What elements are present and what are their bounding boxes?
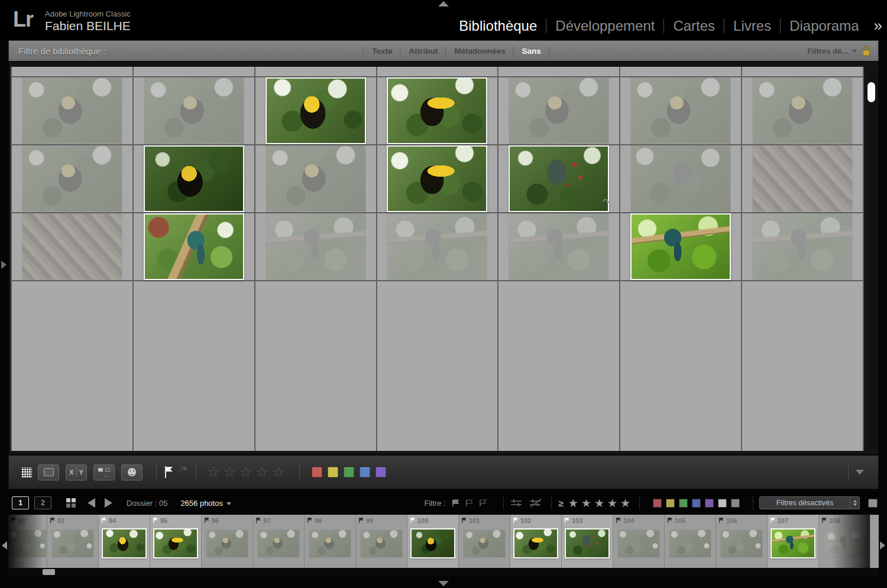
color-label-swatch[interactable] [731, 499, 740, 508]
module-book[interactable]: Livres [724, 18, 780, 34]
stepper-icon[interactable] [850, 497, 859, 509]
grid-photo-cell-partial[interactable] [12, 198, 134, 451]
filmstrip-frame[interactable]: 99 [356, 515, 407, 568]
grid-photo-cell-partial[interactable] [620, 198, 742, 451]
grid-photo-cell-partial[interactable] [377, 67, 499, 77]
filmstrip-frame[interactable]: 104 [613, 515, 665, 568]
people-view-icon[interactable] [121, 464, 143, 480]
grid-scrollbar-track[interactable] [866, 67, 876, 451]
grid-photo-cell[interactable] [620, 77, 742, 145]
filmstrip-frame[interactable]: 93 [47, 515, 99, 568]
filmstrip-frame[interactable]: 96 [202, 515, 253, 568]
color-label-swatch[interactable] [375, 467, 386, 477]
grid-photo-cell-partial[interactable] [377, 198, 499, 451]
filmstrip-frame[interactable]: 108 [819, 515, 870, 568]
rotate-right-icon[interactable]: ↷ [846, 198, 853, 206]
filmstrip-frame-number: 98 [315, 517, 322, 524]
rotate-right-icon[interactable]: ↷ [603, 198, 610, 206]
top-panel-toggle-icon[interactable] [438, 1, 449, 7]
compare-view-icon[interactable]: XY [66, 464, 87, 480]
filmstrip-scroll-left-icon[interactable] [2, 541, 7, 550]
color-label-swatch[interactable] [692, 499, 701, 508]
lock-icon[interactable] [862, 46, 871, 57]
grid-scrollbar-thumb[interactable] [867, 82, 875, 102]
grid-photo-cell-partial[interactable]: ↷ [498, 198, 620, 451]
back-arrow-icon[interactable] [88, 498, 95, 508]
grid-photo-cell[interactable] [12, 77, 134, 145]
module-overflow-chevron-icon[interactable]: » [868, 17, 882, 35]
grid-photo-cell-partial[interactable] [255, 198, 377, 451]
chevron-down-icon[interactable] [852, 50, 857, 53]
color-label-swatch[interactable] [679, 499, 688, 508]
grid-photo-cell-partial[interactable] [255, 67, 377, 77]
color-label-swatch[interactable] [328, 467, 338, 477]
module-library[interactable]: Bibliothèque [450, 18, 546, 34]
filmstrip-frame[interactable]: 98 [305, 515, 356, 568]
toolbar-options-icon[interactable] [856, 470, 864, 475]
filter-tab-attribute[interactable]: Attribut [401, 47, 445, 56]
filter-preset-label[interactable]: Filtres dé... [807, 47, 848, 56]
filter-preset-select[interactable]: Filtres désactivés [759, 496, 860, 509]
filmstrip-frame[interactable]: 103 [562, 515, 613, 568]
forward-arrow-icon[interactable] [105, 498, 112, 508]
bottom-panel-toggle-icon[interactable] [438, 581, 449, 586]
color-label-swatch[interactable] [705, 499, 714, 508]
grid-view-shortcut-icon[interactable] [66, 498, 76, 508]
grid-photo-cell-partial[interactable] [498, 67, 620, 77]
color-label-swatch[interactable] [653, 499, 662, 508]
filmstrip-frame[interactable]: 100 [407, 515, 459, 568]
module-map[interactable]: Cartes [664, 18, 724, 34]
grid-photo-cell[interactable] [498, 77, 620, 145]
filmstrip-scrollbar-track[interactable] [8, 568, 879, 576]
color-label-swatch[interactable] [312, 467, 322, 477]
grid-photo-cell[interactable] [742, 77, 864, 145]
filmstrip-scrollbar-thumb[interactable] [43, 569, 55, 575]
grid-photo-cell[interactable] [134, 77, 255, 145]
rating-ge-symbol[interactable]: ≥ [559, 498, 564, 508]
edited-filter-icon[interactable] [510, 498, 524, 508]
filmstrip-frame[interactable]: 92 [8, 515, 47, 568]
grid-photo-cell-partial[interactable] [620, 67, 742, 77]
grid-photo-cell-partial[interactable] [12, 67, 134, 77]
rating-stars[interactable]: ☆☆☆☆☆ [207, 464, 289, 480]
filter-tab-text[interactable]: Texte [364, 47, 400, 56]
filmstrip-source-icon[interactable] [868, 499, 878, 508]
filmstrip-frame[interactable]: 97 [253, 515, 305, 568]
grid-view-icon[interactable] [22, 467, 32, 477]
grid-photo-cell-partial[interactable] [742, 67, 864, 77]
filmstrip-frame[interactable]: 94 [99, 515, 150, 568]
main-window-button[interactable]: 1 [12, 496, 29, 509]
filmstrip-scroll-right-icon[interactable] [880, 541, 885, 550]
color-label-swatch[interactable] [666, 499, 675, 508]
flag-picked-filter-icon[interactable] [452, 499, 462, 508]
flag-picked-icon[interactable] [164, 466, 174, 479]
rating-filter-stars[interactable]: ★★★★★ [568, 496, 633, 510]
left-panel-reveal-icon[interactable] [1, 261, 7, 269]
filmstrip-frame[interactable]: 106 [716, 515, 768, 568]
filmstrip-frame[interactable]: 101 [459, 515, 510, 568]
color-label-swatch[interactable] [360, 467, 370, 477]
filmstrip-frame[interactable]: 107 [768, 515, 819, 568]
photo-count-dropdown[interactable]: 2656 photos [180, 499, 231, 508]
filmstrip-frame[interactable]: 95 [150, 515, 202, 568]
grid-photo-cell-partial[interactable]: ↷ [742, 198, 864, 451]
grid-photo-cell[interactable] [377, 77, 499, 145]
color-label-swatch[interactable] [718, 499, 727, 508]
filter-tab-none[interactable]: Sans [514, 47, 548, 56]
color-label-swatch[interactable] [344, 467, 354, 477]
filmstrip-frame[interactable]: 102 [510, 515, 562, 568]
second-window-button[interactable]: 2 [34, 496, 51, 509]
grid-photo-cell-partial[interactable] [134, 67, 255, 77]
module-slideshow[interactable]: Diaporama [781, 18, 867, 34]
filter-tab-metadata[interactable]: Métadonnées [446, 47, 513, 56]
module-develop[interactable]: Développement [546, 18, 663, 34]
loupe-view-icon[interactable] [38, 464, 59, 480]
grid-photo-cell[interactable] [255, 77, 377, 145]
flag-unflagged-filter-icon[interactable] [465, 499, 475, 508]
filmstrip-frame[interactable]: 105 [665, 515, 716, 568]
survey-view-icon[interactable]: … [93, 464, 115, 480]
flag-rejected-filter-icon[interactable] [479, 499, 489, 508]
flag-rejected-icon[interactable]: x [179, 465, 189, 476]
unedited-filter-icon[interactable] [529, 498, 543, 508]
grid-photo-cell-partial[interactable] [134, 198, 255, 451]
